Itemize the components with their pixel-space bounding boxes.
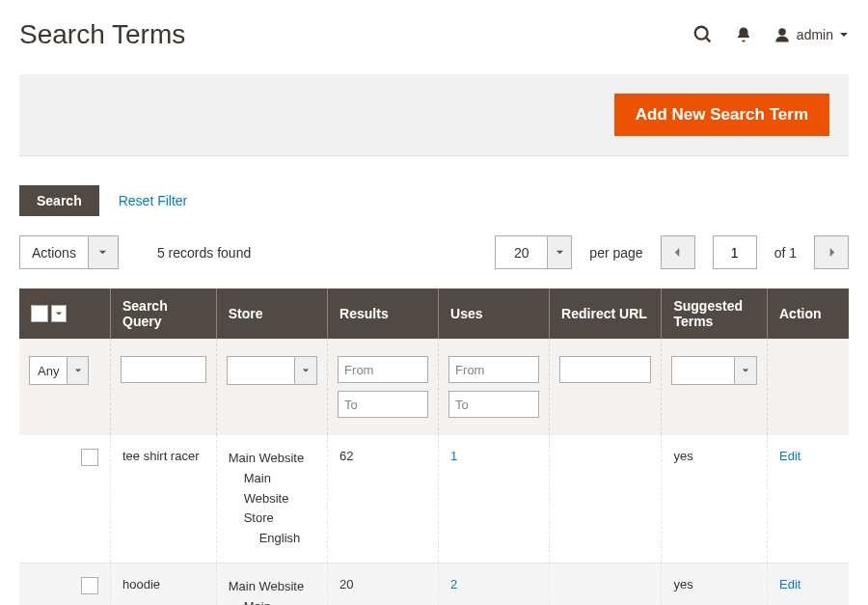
svg-line-1	[706, 38, 711, 42]
chevron-down-icon	[547, 236, 571, 268]
edit-link[interactable]: Edit	[779, 449, 800, 463]
page-title: Search Terms	[19, 19, 185, 50]
header-actions: admin	[692, 24, 849, 45]
table-row[interactable]: hoodie Main Website Main Website Store E…	[19, 563, 849, 605]
cell-search-query: tee shirt racer	[111, 435, 217, 563]
cell-store: Main Website Main Website Store English	[229, 449, 315, 549]
user-icon	[773, 26, 791, 43]
search-terms-grid: Search Query Store Results Uses Redirect…	[19, 289, 849, 605]
column-header-action: Action	[768, 289, 850, 339]
records-found: 5 records found	[157, 245, 251, 261]
filter-suggested-select[interactable]	[671, 356, 757, 385]
row-checkbox[interactable]	[81, 577, 98, 594]
cell-search-query: hoodie	[111, 563, 217, 605]
svg-point-2	[778, 28, 786, 36]
chevron-down-icon	[88, 236, 118, 268]
per-page-select[interactable]: 20	[495, 235, 572, 269]
reset-filter-link[interactable]: Reset Filter	[119, 193, 188, 208]
actions-dropdown[interactable]: Actions	[19, 235, 119, 269]
cell-redirect	[550, 563, 662, 605]
filter-results-to-input[interactable]	[338, 391, 428, 418]
prev-page-button[interactable]	[661, 235, 695, 269]
table-row[interactable]: tee shirt racer Main Website Main Websit…	[19, 435, 849, 563]
page-of-label: of 1	[774, 245, 797, 261]
filter-results-from-input[interactable]	[338, 356, 428, 383]
filter-uses-to-input[interactable]	[448, 391, 539, 418]
search-icon[interactable]	[692, 24, 714, 45]
edit-link[interactable]: Edit	[779, 577, 800, 591]
svg-point-0	[695, 27, 708, 40]
column-header-store[interactable]: Store	[216, 289, 327, 339]
column-header-suggested-terms[interactable]: Suggested Terms	[662, 289, 768, 339]
per-page-value: 20	[496, 245, 547, 261]
cell-results: 62	[328, 435, 439, 563]
cell-store: Main Website Main Website Store English	[229, 577, 315, 605]
chevron-down-icon	[294, 357, 316, 384]
search-button[interactable]: Search	[19, 185, 99, 216]
filter-store-select[interactable]	[227, 356, 317, 385]
per-page-label: per page	[589, 245, 642, 261]
row-checkbox[interactable]	[81, 449, 98, 466]
add-new-search-term-button[interactable]: Add New Search Term	[614, 94, 829, 136]
column-header-search-query[interactable]: Search Query	[111, 289, 217, 339]
toolbar-row-filters: Search Reset Filter	[19, 185, 849, 216]
filter-uses-from-input[interactable]	[448, 356, 539, 383]
cell-suggested: yes	[662, 563, 768, 605]
chevron-down-icon	[839, 30, 849, 40]
column-header-uses[interactable]: Uses	[439, 289, 550, 339]
account-menu[interactable]: admin	[773, 26, 849, 43]
filter-select-any[interactable]: Any	[29, 356, 89, 385]
chevron-down-icon	[734, 357, 756, 384]
page-current-input[interactable]	[713, 235, 757, 269]
filter-redirect-url-input[interactable]	[559, 356, 651, 383]
primary-action-bar: Add New Search Term	[19, 74, 849, 156]
column-header-redirect-url[interactable]: Redirect URL	[550, 289, 662, 339]
cell-uses[interactable]: 1	[450, 449, 457, 463]
toolbar-row-pager: Actions 5 records found 20 per page of 1	[19, 235, 849, 269]
notifications-icon[interactable]	[735, 26, 752, 43]
cell-redirect	[550, 435, 662, 563]
cell-uses[interactable]: 2	[450, 577, 457, 591]
account-username: admin	[797, 27, 833, 42]
chevron-down-icon	[67, 357, 88, 384]
select-all-checkbox[interactable]	[31, 305, 48, 322]
select-all-dropdown[interactable]	[51, 305, 67, 322]
cell-results: 20	[328, 563, 439, 605]
filter-any-value: Any	[30, 357, 67, 384]
cell-suggested: yes	[662, 435, 768, 563]
column-header-results[interactable]: Results	[328, 289, 439, 339]
filter-search-query-input[interactable]	[121, 356, 206, 383]
next-page-button[interactable]	[814, 235, 849, 269]
actions-label: Actions	[20, 245, 88, 261]
